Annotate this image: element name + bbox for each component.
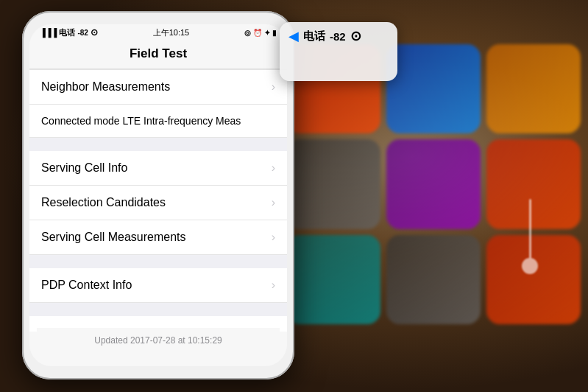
iphone-screen: ▐▐▐ 电话 -82 ⊙ 上午10:15 ◎ ⏰ ✦ ▮ Field Test … bbox=[29, 24, 287, 366]
bg-app-icon bbox=[386, 139, 481, 228]
wifi-icon: ⊙ bbox=[91, 27, 98, 38]
list-item-label: Reselection Candidates bbox=[41, 196, 266, 209]
battery-icon: ▮ bbox=[272, 29, 277, 37]
list-item[interactable]: PDP Context Info › bbox=[29, 268, 287, 303]
footer: Updated 2017-07-28 at 10:15:29 bbox=[37, 328, 280, 353]
list-item-label: Connected mode LTE Intra-frequency Meas bbox=[41, 115, 275, 127]
iphone-frame: ▐▐▐ 电话 -82 ⊙ 上午10:15 ◎ ⏰ ✦ ▮ Field Test … bbox=[22, 11, 294, 379]
section-gap bbox=[29, 303, 287, 316]
list-item-label: Neighbor Measurements bbox=[41, 80, 266, 94]
chevron-icon: › bbox=[272, 161, 275, 175]
bg-app-icon bbox=[486, 44, 581, 133]
status-right: ◎ ⏰ ✦ ▮ bbox=[244, 29, 277, 37]
earphones bbox=[507, 199, 566, 287]
section-gap bbox=[29, 138, 287, 151]
second-wifi-icon: ⊙ bbox=[350, 28, 361, 44]
chevron-icon: › bbox=[272, 231, 275, 244]
list-item[interactable]: Reselection Candidates › bbox=[29, 186, 287, 220]
list-item[interactable]: Neighbor Measurements › bbox=[29, 69, 287, 105]
earphone-bud bbox=[522, 258, 538, 274]
bg-app-icon bbox=[386, 44, 481, 133]
list-item[interactable]: Serving Cell Measurements › bbox=[29, 220, 287, 255]
bg-app-icon bbox=[386, 235, 481, 324]
list-item[interactable]: Connected mode LTE Intra-frequency Meas bbox=[29, 105, 287, 138]
bluetooth-icon: ✦ bbox=[264, 29, 270, 37]
menu-list: Neighbor Measurements › Connected mode L… bbox=[29, 69, 287, 332]
alarm-icon: ⏰ bbox=[253, 29, 262, 37]
second-phone-panel: ◀ 电话 -82 ⊙ bbox=[280, 22, 397, 81]
background-app-icons bbox=[279, 37, 588, 332]
list-item-label: Serving Cell Info bbox=[41, 161, 266, 175]
status-time: 上午10:15 bbox=[153, 27, 190, 38]
footer-text: Updated 2017-07-28 at 10:15:29 bbox=[94, 335, 222, 346]
status-left: ▐▐▐ 电话 -82 ⊙ bbox=[40, 27, 98, 38]
list-item[interactable]: Serving Cell Info › bbox=[29, 151, 287, 186]
section-gap bbox=[29, 255, 287, 268]
second-carrier-label: 电话 bbox=[303, 29, 325, 43]
page-title: Field Test bbox=[130, 46, 187, 60]
carrier-label: 电话 bbox=[59, 27, 75, 38]
bg-app-icon bbox=[286, 139, 380, 228]
chevron-icon: › bbox=[272, 80, 275, 94]
signal-strength-label: -82 bbox=[77, 29, 88, 37]
list-item-label: PDP Context Info bbox=[41, 279, 266, 292]
chevron-icon: › bbox=[272, 196, 275, 209]
navigation-bar: Field Test bbox=[29, 41, 287, 69]
location-icon: ◎ bbox=[244, 29, 251, 37]
chevron-icon: › bbox=[272, 279, 275, 292]
signal-icon: ▐▐▐ bbox=[40, 28, 57, 37]
bg-app-icon bbox=[286, 235, 380, 324]
second-signal-label: -82 bbox=[330, 30, 346, 43]
back-arrow-icon: ◀ bbox=[288, 28, 299, 44]
second-status-bar: ◀ 电话 -82 ⊙ bbox=[288, 28, 389, 44]
list-item-label: Serving Cell Measurements bbox=[41, 231, 266, 244]
status-bar: ▐▐▐ 电话 -82 ⊙ 上午10:15 ◎ ⏰ ✦ ▮ bbox=[29, 24, 287, 41]
